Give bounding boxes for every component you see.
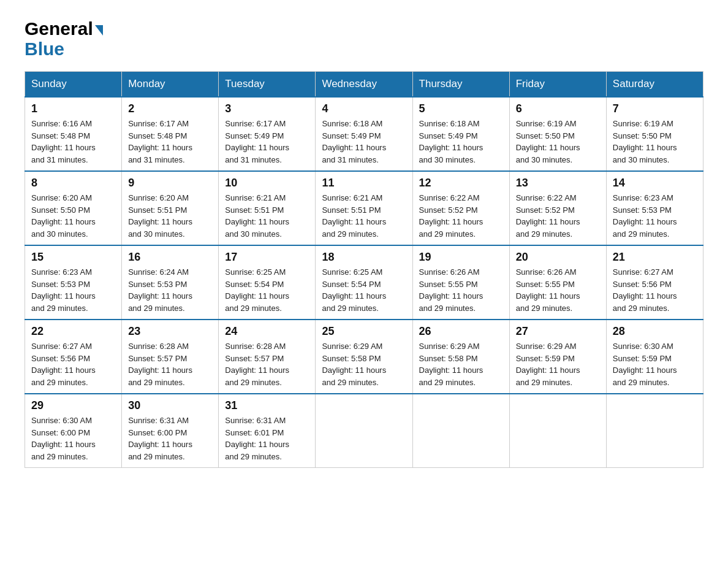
calendar-table: SundayMondayTuesdayWednesdayThursdayFrid… bbox=[25, 71, 703, 468]
day-number: 13 bbox=[516, 177, 600, 190]
day-info: Sunrise: 6:30 AMSunset: 5:59 PMDaylight:… bbox=[613, 340, 697, 388]
day-info: Sunrise: 6:20 AMSunset: 5:50 PMDaylight:… bbox=[31, 192, 115, 240]
calendar-week-row: 15Sunrise: 6:23 AMSunset: 5:53 PMDayligh… bbox=[25, 245, 703, 320]
day-number: 20 bbox=[516, 251, 600, 264]
day-info: Sunrise: 6:19 AMSunset: 5:50 PMDaylight:… bbox=[516, 118, 600, 166]
calendar-cell: 7Sunrise: 6:19 AMSunset: 5:50 PMDaylight… bbox=[606, 97, 703, 171]
day-number: 1 bbox=[31, 102, 115, 115]
day-number: 27 bbox=[516, 325, 600, 338]
day-number: 7 bbox=[613, 102, 697, 115]
calendar-cell: 2Sunrise: 6:17 AMSunset: 5:48 PMDaylight… bbox=[122, 97, 219, 171]
day-info: Sunrise: 6:27 AMSunset: 5:56 PMDaylight:… bbox=[613, 266, 697, 314]
calendar-cell: 22Sunrise: 6:27 AMSunset: 5:56 PMDayligh… bbox=[25, 320, 122, 394]
calendar-cell: 30Sunrise: 6:31 AMSunset: 6:00 PMDayligh… bbox=[122, 394, 219, 468]
calendar-week-row: 29Sunrise: 6:30 AMSunset: 6:00 PMDayligh… bbox=[25, 394, 703, 468]
day-info: Sunrise: 6:24 AMSunset: 5:53 PMDaylight:… bbox=[128, 266, 212, 314]
day-info: Sunrise: 6:20 AMSunset: 5:51 PMDaylight:… bbox=[128, 192, 212, 240]
calendar-cell: 6Sunrise: 6:19 AMSunset: 5:50 PMDaylight… bbox=[509, 97, 606, 171]
logo-blue: Blue bbox=[25, 39, 64, 59]
calendar-cell: 9Sunrise: 6:20 AMSunset: 5:51 PMDaylight… bbox=[122, 171, 219, 245]
calendar-cell: 4Sunrise: 6:18 AMSunset: 5:49 PMDaylight… bbox=[316, 97, 412, 171]
day-number: 26 bbox=[419, 325, 503, 338]
day-info: Sunrise: 6:16 AMSunset: 5:48 PMDaylight:… bbox=[31, 118, 115, 166]
day-number: 15 bbox=[31, 251, 115, 264]
calendar-cell bbox=[606, 394, 703, 468]
day-info: Sunrise: 6:18 AMSunset: 5:49 PMDaylight:… bbox=[419, 118, 503, 166]
calendar-cell: 29Sunrise: 6:30 AMSunset: 6:00 PMDayligh… bbox=[25, 394, 122, 468]
day-info: Sunrise: 6:22 AMSunset: 5:52 PMDaylight:… bbox=[419, 192, 503, 240]
logo-general: General bbox=[25, 18, 93, 39]
calendar-cell: 15Sunrise: 6:23 AMSunset: 5:53 PMDayligh… bbox=[25, 245, 122, 320]
calendar-cell: 27Sunrise: 6:29 AMSunset: 5:59 PMDayligh… bbox=[509, 320, 606, 394]
day-number: 30 bbox=[128, 399, 212, 412]
day-number: 29 bbox=[31, 399, 115, 412]
calendar-cell: 3Sunrise: 6:17 AMSunset: 5:49 PMDaylight… bbox=[219, 97, 316, 171]
calendar-cell: 10Sunrise: 6:21 AMSunset: 5:51 PMDayligh… bbox=[219, 171, 316, 245]
calendar-cell: 1Sunrise: 6:16 AMSunset: 5:48 PMDaylight… bbox=[25, 97, 122, 171]
day-number: 2 bbox=[128, 102, 212, 115]
day-number: 8 bbox=[31, 177, 115, 190]
day-info: Sunrise: 6:18 AMSunset: 5:49 PMDaylight:… bbox=[322, 118, 406, 166]
calendar-cell: 19Sunrise: 6:26 AMSunset: 5:55 PMDayligh… bbox=[412, 245, 509, 320]
calendar-header-row: SundayMondayTuesdayWednesdayThursdayFrid… bbox=[25, 72, 703, 98]
day-number: 11 bbox=[322, 177, 406, 190]
calendar-week-row: 8Sunrise: 6:20 AMSunset: 5:50 PMDaylight… bbox=[25, 171, 703, 245]
day-of-week-header: Friday bbox=[509, 72, 606, 98]
day-of-week-header: Sunday bbox=[25, 72, 122, 98]
day-number: 28 bbox=[613, 325, 697, 338]
day-number: 25 bbox=[322, 325, 406, 338]
day-number: 24 bbox=[225, 325, 309, 338]
day-number: 5 bbox=[419, 102, 503, 115]
day-info: Sunrise: 6:31 AMSunset: 6:01 PMDaylight:… bbox=[225, 415, 309, 462]
day-info: Sunrise: 6:26 AMSunset: 5:55 PMDaylight:… bbox=[419, 266, 503, 314]
day-info: Sunrise: 6:27 AMSunset: 5:56 PMDaylight:… bbox=[31, 340, 115, 388]
calendar-cell: 16Sunrise: 6:24 AMSunset: 5:53 PMDayligh… bbox=[122, 245, 219, 320]
calendar-cell: 13Sunrise: 6:22 AMSunset: 5:52 PMDayligh… bbox=[509, 171, 606, 245]
day-info: Sunrise: 6:22 AMSunset: 5:52 PMDaylight:… bbox=[516, 192, 600, 240]
day-number: 6 bbox=[516, 102, 600, 115]
day-number: 9 bbox=[128, 177, 212, 190]
day-info: Sunrise: 6:29 AMSunset: 5:58 PMDaylight:… bbox=[419, 340, 503, 388]
logo-container: General Blue bbox=[25, 18, 104, 59]
calendar-cell: 5Sunrise: 6:18 AMSunset: 5:49 PMDaylight… bbox=[412, 97, 509, 171]
logo: General Blue bbox=[25, 18, 104, 59]
calendar-cell: 12Sunrise: 6:22 AMSunset: 5:52 PMDayligh… bbox=[412, 171, 509, 245]
day-info: Sunrise: 6:21 AMSunset: 5:51 PMDaylight:… bbox=[225, 192, 309, 240]
calendar-week-row: 1Sunrise: 6:16 AMSunset: 5:48 PMDaylight… bbox=[25, 97, 703, 171]
calendar-cell: 8Sunrise: 6:20 AMSunset: 5:50 PMDaylight… bbox=[25, 171, 122, 245]
calendar-cell bbox=[412, 394, 509, 468]
calendar-week-row: 22Sunrise: 6:27 AMSunset: 5:56 PMDayligh… bbox=[25, 320, 703, 394]
day-of-week-header: Saturday bbox=[606, 72, 703, 98]
day-info: Sunrise: 6:23 AMSunset: 5:53 PMDaylight:… bbox=[613, 192, 697, 240]
day-info: Sunrise: 6:25 AMSunset: 5:54 PMDaylight:… bbox=[322, 266, 406, 314]
day-number: 22 bbox=[31, 325, 115, 338]
day-info: Sunrise: 6:28 AMSunset: 5:57 PMDaylight:… bbox=[128, 340, 212, 388]
day-of-week-header: Thursday bbox=[412, 72, 509, 98]
logo-triangle-icon bbox=[95, 25, 103, 36]
day-info: Sunrise: 6:21 AMSunset: 5:51 PMDaylight:… bbox=[322, 192, 406, 240]
day-number: 31 bbox=[225, 399, 309, 412]
day-number: 21 bbox=[613, 251, 697, 264]
day-number: 23 bbox=[128, 325, 212, 338]
day-number: 17 bbox=[225, 251, 309, 264]
day-info: Sunrise: 6:31 AMSunset: 6:00 PMDaylight:… bbox=[128, 415, 212, 462]
calendar-cell: 11Sunrise: 6:21 AMSunset: 5:51 PMDayligh… bbox=[316, 171, 412, 245]
day-number: 12 bbox=[419, 177, 503, 190]
day-info: Sunrise: 6:17 AMSunset: 5:48 PMDaylight:… bbox=[128, 118, 212, 166]
calendar-cell: 24Sunrise: 6:28 AMSunset: 5:57 PMDayligh… bbox=[219, 320, 316, 394]
day-number: 4 bbox=[322, 102, 406, 115]
logo-line2: Blue bbox=[25, 39, 104, 59]
day-number: 3 bbox=[225, 102, 309, 115]
day-of-week-header: Wednesday bbox=[316, 72, 412, 98]
calendar-cell: 23Sunrise: 6:28 AMSunset: 5:57 PMDayligh… bbox=[122, 320, 219, 394]
day-of-week-header: Tuesday bbox=[219, 72, 316, 98]
day-info: Sunrise: 6:30 AMSunset: 6:00 PMDaylight:… bbox=[31, 415, 115, 462]
day-number: 19 bbox=[419, 251, 503, 264]
day-number: 14 bbox=[613, 177, 697, 190]
calendar-cell: 20Sunrise: 6:26 AMSunset: 5:55 PMDayligh… bbox=[509, 245, 606, 320]
day-number: 18 bbox=[322, 251, 406, 264]
page-header: General Blue bbox=[25, 18, 703, 59]
calendar-cell: 17Sunrise: 6:25 AMSunset: 5:54 PMDayligh… bbox=[219, 245, 316, 320]
day-info: Sunrise: 6:25 AMSunset: 5:54 PMDaylight:… bbox=[225, 266, 309, 314]
calendar-cell: 26Sunrise: 6:29 AMSunset: 5:58 PMDayligh… bbox=[412, 320, 509, 394]
